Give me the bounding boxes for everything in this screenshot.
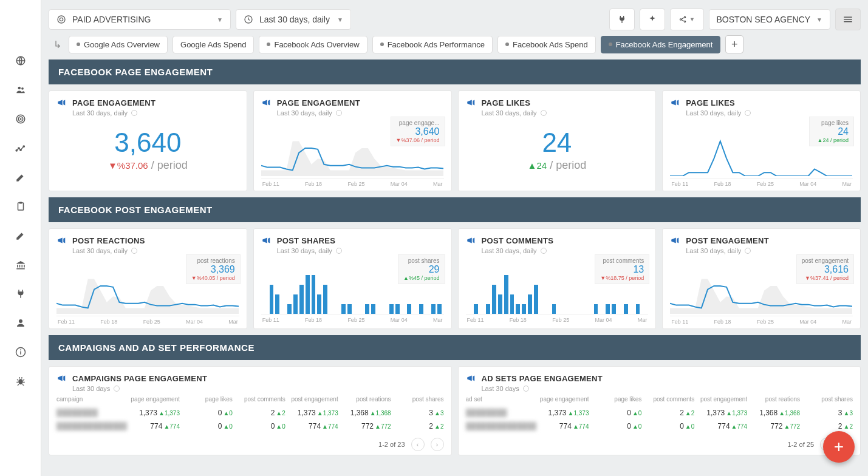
widget-title: POST ENGAGEMENT [686, 236, 769, 245]
people-icon[interactable] [15, 84, 27, 96]
megaphone-icon [261, 235, 272, 246]
analytics-icon[interactable] [15, 142, 27, 154]
gear-icon[interactable] [745, 110, 751, 116]
table-row[interactable]: ██████████████774▲7740▲00▲0774▲774772▲77… [56, 420, 444, 433]
add-tab-button[interactable]: + [725, 35, 743, 53]
tab-facebook-ads-spend[interactable]: Facebook Ads Spend [497, 36, 596, 53]
gear-icon[interactable] [541, 248, 547, 254]
x-axis: Feb 11Feb 18Feb 25Mar 04Mar [670, 316, 853, 325]
megaphone-icon [466, 97, 477, 108]
megaphone-icon [670, 235, 681, 246]
widget-title: CAMPAIGNS PAGE ENGAGEMENT [72, 374, 207, 383]
x-axis: Feb 11Feb 18Feb 25Mar 04Mar [261, 314, 444, 323]
table-row[interactable]: ████████1,373▲1,3730▲02▲21,373▲1,3731,36… [466, 406, 853, 420]
edit-icon[interactable] [15, 229, 27, 242]
target-icon[interactable] [15, 113, 27, 125]
client-dropdown[interactable]: BOSTON SEO AGENCY ▼ [709, 9, 830, 30]
globe-icon[interactable] [15, 55, 27, 67]
chart-summary-box: post engagement3,616▼%37.41 / period [796, 254, 854, 284]
widget-title: AD SETS PAGE ENGAGEMENT [482, 374, 603, 383]
svg-rect-24 [844, 19, 852, 20]
svg-rect-11 [19, 202, 22, 204]
tab-google-ads-overview[interactable]: Google Ads Overview [69, 36, 168, 53]
chart-summary-box: post reactions3,369▼%40.05 / period [186, 254, 241, 284]
megaphone-icon [56, 235, 67, 246]
svg-marker-27 [56, 279, 239, 314]
user-icon[interactable] [15, 317, 27, 329]
section-header: CAMPAIGNS AND AD SET PERFORMANCE [49, 335, 861, 360]
plug-icon[interactable] [15, 288, 27, 300]
gear-icon[interactable] [131, 110, 137, 116]
svg-point-17 [58, 16, 65, 23]
tab-nav-icon[interactable]: ↳ [53, 39, 61, 50]
chevron-down-icon: ▼ [816, 16, 822, 23]
svg-point-22 [684, 21, 685, 22]
widget-title: PAGE ENGAGEMENT [72, 98, 155, 107]
metric-delta: ▼%37.06 [108, 160, 148, 171]
x-axis: Feb 11Feb 18Feb 25Mar 04Mar [56, 316, 239, 325]
svg-rect-25 [844, 21, 852, 22]
svg-point-16 [18, 379, 23, 384]
gear-icon[interactable] [745, 248, 751, 254]
pencil-icon[interactable] [15, 171, 27, 183]
client-name: BOSTON SEO AGENCY [717, 15, 811, 24]
widget-adsets-table: AD SETS PAGE ENGAGEMENT Last 30 days ad … [458, 366, 861, 455]
tab-facebook-ads-performance[interactable]: Facebook Ads Performance [372, 36, 493, 53]
widget-page-engagement-chart: PAGE ENGAGEMENT Last 30 days, daily page… [253, 90, 452, 191]
sparkle-button[interactable] [640, 8, 665, 30]
report-dropdown[interactable]: PAID ADVERTISING ▼ [49, 9, 231, 30]
gear-icon[interactable] [114, 386, 120, 392]
gear-icon[interactable] [541, 110, 547, 116]
svg-point-15 [20, 349, 21, 350]
svg-point-8 [19, 149, 21, 151]
daterange-dropdown[interactable]: Last 30 days, daily ▼ [236, 9, 351, 30]
svg-point-18 [60, 18, 63, 21]
clipboard-icon[interactable] [15, 200, 27, 212]
chart-summary-box: page likes 24 ▲24 / period [809, 117, 854, 146]
bug-icon[interactable] [15, 375, 27, 387]
table-row[interactable]: ██████████████774▲7740▲00▲0774▲774772▲77… [466, 420, 853, 433]
info-icon[interactable] [15, 346, 27, 358]
svg-point-7 [18, 148, 19, 149]
svg-rect-10 [18, 203, 23, 210]
svg-point-9 [23, 146, 24, 147]
metric-delta: ▲24 [528, 160, 547, 171]
svg-point-2 [21, 87, 24, 90]
bank-icon[interactable] [15, 259, 27, 271]
tab-facebook-ads-overview[interactable]: Facebook Ads Overview [259, 36, 367, 53]
widget-title: POST REACTIONS [72, 236, 145, 245]
svg-point-5 [20, 118, 21, 120]
widget-post-engagement: POST ENGAGEMENT Last 30 days, daily post… [662, 228, 861, 329]
widget-post-reactions: POST REACTIONS Last 30 days, daily post … [49, 228, 247, 329]
share-button[interactable]: ▼ [670, 8, 704, 30]
tabs-row: ↳ Google Ads OverviewGoogle Ads SpendFac… [41, 35, 868, 59]
widget-post-shares: POST SHARES Last 30 days, daily post sha… [253, 228, 452, 329]
tab-facebook-ads-engagement[interactable]: Facebook Ads Engagement [601, 36, 721, 53]
x-axis: Feb 11Feb 18Feb 25Mar 04Mar [466, 314, 649, 323]
add-widget-fab[interactable]: + [823, 431, 855, 463]
plug-button[interactable] [609, 8, 635, 30]
gear-icon[interactable] [336, 110, 342, 116]
megaphone-icon [261, 97, 272, 108]
hamburger-button[interactable] [835, 8, 861, 30]
next-page-button[interactable]: › [431, 438, 444, 451]
table-row[interactable]: ████████1,373▲1,3730▲02▲21,373▲1,3731,36… [56, 406, 444, 420]
topbar: PAID ADVERTISING ▼ Last 30 days, daily ▼… [41, 0, 868, 35]
section-header: FACEBOOK PAGE ENGAGEMENT [49, 59, 861, 84]
gear-icon[interactable] [131, 248, 137, 254]
svg-rect-14 [20, 352, 21, 355]
svg-point-21 [684, 16, 685, 18]
gear-icon[interactable] [523, 386, 529, 392]
widget-page-likes-chart: PAGE LIKES Last 30 days, daily page like… [662, 90, 861, 191]
target-icon [56, 15, 66, 24]
widget-title: PAGE ENGAGEMENT [277, 98, 360, 107]
report-name: PAID ADVERTISING [72, 15, 151, 24]
gear-icon[interactable] [336, 248, 342, 254]
widget-title: POST COMMENTS [482, 236, 554, 245]
metric-value: 24 [466, 127, 649, 158]
prev-page-button[interactable]: ‹ [411, 438, 425, 451]
tab-google-ads-spend[interactable]: Google Ads Spend [173, 36, 254, 53]
left-sidebar [0, 0, 41, 476]
daterange-label: Last 30 days, daily [259, 15, 330, 24]
section-header: FACEBOOK POST ENGAGEMENT [49, 197, 861, 222]
